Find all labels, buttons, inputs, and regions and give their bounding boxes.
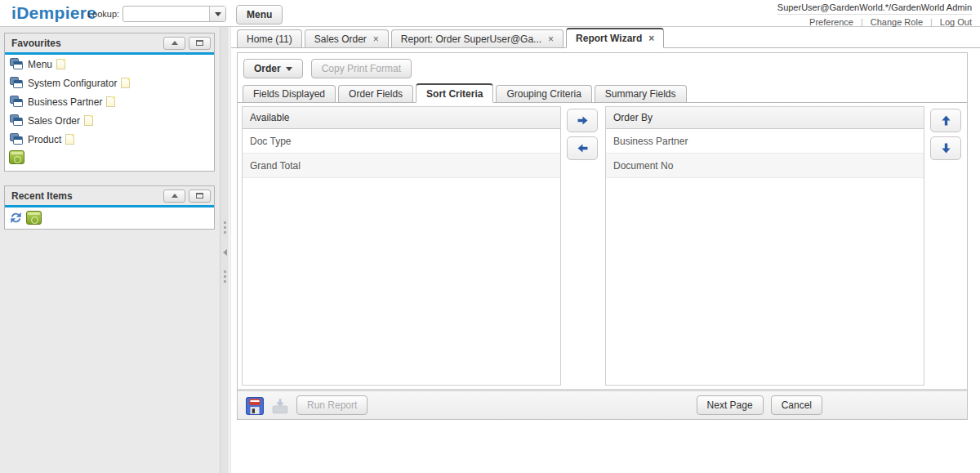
window-detach-icon xyxy=(196,193,203,199)
sidebar-item-business-partner[interactable]: Business Partner xyxy=(5,92,214,111)
detach-panel-button[interactable] xyxy=(189,190,211,203)
sidebar: Favourites Menu System Configurator Busi… xyxy=(0,27,231,473)
arrow-right-icon xyxy=(576,114,590,127)
run-report-button[interactable]: Run Report xyxy=(296,395,368,415)
list-item[interactable]: Document No xyxy=(606,154,924,178)
report-wizard-panel: Order Copy Print Format Fields Displayed… xyxy=(237,52,968,420)
sidebar-item-sales-order[interactable]: Sales Order xyxy=(5,111,214,130)
lookup-label: Lookup: xyxy=(87,9,119,19)
note-icon xyxy=(84,115,93,126)
note-icon xyxy=(121,78,130,88)
note-icon xyxy=(65,134,74,145)
sort-criteria-body: Available Doc Type Grand Total Order By … xyxy=(238,103,967,389)
close-tab-icon[interactable]: × xyxy=(548,34,554,44)
log-out-link[interactable]: Log Out xyxy=(940,17,972,27)
tab-report-wizard[interactable]: Report Wizard × xyxy=(566,28,664,48)
wizard-subtabs: Fields Displayed Order Fields Sort Crite… xyxy=(238,83,967,103)
subtab-fields-displayed[interactable]: Fields Displayed xyxy=(243,85,336,102)
tab-report-order[interactable]: Report: Order SuperUser@Ga... × xyxy=(391,29,564,47)
link-separator: | xyxy=(930,17,933,27)
collapse-icon xyxy=(172,41,178,45)
tab-sales-order[interactable]: Sales Order × xyxy=(305,29,389,47)
window-detach-icon xyxy=(196,40,203,46)
close-tab-icon[interactable]: × xyxy=(648,33,654,43)
order-by-list-header: Order By xyxy=(606,107,924,129)
recent-items-panel-header: Recent Items xyxy=(5,186,214,205)
splitter-grip xyxy=(224,270,226,273)
available-listbox: Available Doc Type Grand Total xyxy=(242,106,561,386)
favourites-title: Favourites xyxy=(11,38,160,49)
favourites-panel: Favourites Menu System Configurator Busi… xyxy=(4,33,215,172)
copy-print-format-button[interactable]: Copy Print Format xyxy=(311,59,412,78)
cancel-button[interactable]: Cancel xyxy=(771,395,822,415)
window-icon xyxy=(10,133,24,145)
sidebar-splitter[interactable] xyxy=(220,27,229,473)
sidebar-item-system-configurator[interactable]: System Configurator xyxy=(5,74,214,92)
window-icon xyxy=(10,77,24,89)
wizard-toolbar: Order Copy Print Format xyxy=(238,53,967,83)
reorder-buttons-column xyxy=(924,106,967,386)
lookup-input[interactable] xyxy=(123,7,209,21)
chevron-down-icon xyxy=(286,67,292,71)
favourites-panel-header: Favourites xyxy=(5,33,214,52)
arrow-left-icon xyxy=(576,141,590,155)
subtab-grouping-criteria[interactable]: Grouping Criteria xyxy=(496,85,591,102)
subtab-sort-criteria[interactable]: Sort Criteria xyxy=(416,83,493,103)
main-tabbar: Home (11) Sales Order × Report: Order Su… xyxy=(231,27,980,48)
splitter-grip xyxy=(224,221,226,224)
list-item[interactable]: Business Partner xyxy=(606,129,924,154)
list-item[interactable]: Grand Total xyxy=(243,154,560,178)
next-page-button[interactable]: Next Page xyxy=(697,395,764,415)
favourites-list: Menu System Configurator Business Partne… xyxy=(5,55,214,171)
refresh-icon[interactable] xyxy=(8,210,24,225)
arrow-down-icon xyxy=(939,141,953,155)
recycle-bin-icon[interactable] xyxy=(9,150,24,164)
report-selector-dropdown[interactable]: Order xyxy=(243,59,303,78)
main-area: Home (11) Sales Order × Report: Order Su… xyxy=(231,27,980,473)
lookup-dropdown-button[interactable] xyxy=(209,7,225,21)
sidebar-item-product[interactable]: Product xyxy=(5,130,214,149)
note-icon xyxy=(106,96,115,107)
lookup-combobox[interactable] xyxy=(122,6,226,22)
subtab-summary-fields[interactable]: Summary Fields xyxy=(595,85,687,102)
move-up-button[interactable] xyxy=(930,109,961,132)
move-left-button[interactable] xyxy=(567,136,598,160)
recent-items-panel: Recent Items xyxy=(4,185,215,230)
change-role-link[interactable]: Change Role xyxy=(871,17,923,27)
splitter-collapse-icon[interactable] xyxy=(223,249,227,256)
preference-link[interactable]: Preference xyxy=(809,17,853,27)
recent-items-title: Recent Items xyxy=(11,190,160,202)
detach-panel-button[interactable] xyxy=(189,37,211,50)
window-icon xyxy=(10,96,24,108)
collapse-panel-button[interactable] xyxy=(163,37,185,50)
arrow-up-icon xyxy=(939,114,953,127)
wizard-footer: Run Report Next Page Cancel xyxy=(238,389,967,419)
move-right-button[interactable] xyxy=(567,109,598,132)
chevron-down-icon xyxy=(215,12,221,16)
sidebar-item-menu[interactable]: Menu xyxy=(5,55,214,74)
user-info: SuperUser@GardenWorld.*/GardenWorld Admi… xyxy=(777,2,972,14)
subtab-order-fields[interactable]: Order Fields xyxy=(338,85,413,102)
app-logo: iDempiere xyxy=(11,3,96,23)
collapse-icon xyxy=(172,194,178,198)
collapse-panel-button[interactable] xyxy=(163,190,185,203)
user-links: Preference | Change Role | Log Out xyxy=(777,14,972,27)
save-as-icon[interactable] xyxy=(271,397,289,414)
recent-items-toolbar xyxy=(5,207,214,229)
recycle-bin-icon[interactable] xyxy=(26,211,42,225)
account-block: SuperUser@GardenWorld.*/GardenWorld Admi… xyxy=(766,0,980,27)
window-icon xyxy=(10,114,24,127)
move-down-button[interactable] xyxy=(930,136,961,160)
order-by-listbox: Order By Business Partner Document No xyxy=(605,106,924,386)
menu-button[interactable]: Menu xyxy=(236,5,283,25)
save-icon[interactable] xyxy=(246,397,264,414)
close-tab-icon[interactable]: × xyxy=(373,34,379,44)
tab-home[interactable]: Home (11) xyxy=(237,29,302,47)
favourites-bin-row xyxy=(5,149,214,171)
window-icon xyxy=(10,58,24,70)
available-list-header: Available xyxy=(243,107,560,129)
list-item[interactable]: Doc Type xyxy=(243,129,560,154)
link-separator: | xyxy=(861,17,863,27)
top-header: iDempiere Lookup: Menu SuperUser@GardenW… xyxy=(0,0,980,27)
note-icon xyxy=(56,59,65,69)
